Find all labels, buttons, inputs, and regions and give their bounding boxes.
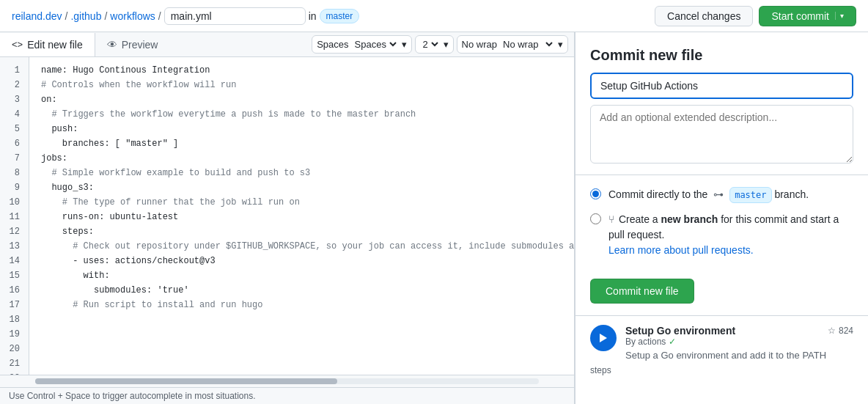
edit-icon: <> <box>12 39 23 50</box>
eye-icon: 👁 <box>107 39 117 51</box>
steps-text: steps <box>590 365 853 375</box>
commit-options: Commit directly to the ⊶ master branch. … <box>575 175 868 279</box>
editor-footer: Use Control + Space to trigger autocompl… <box>0 387 574 404</box>
toolbar-controls: Spaces Spaces Tabs ▾ 2 4 ▾ No wrap <box>306 32 574 56</box>
radio-new[interactable] <box>590 213 601 224</box>
wrap-dropdown[interactable]: No wrap Soft wrap <box>500 38 555 51</box>
learn-more-link[interactable]: Learn more about pull requests. <box>608 244 754 256</box>
line-numbers: 12345678910111213141516171819202122 <box>0 57 29 375</box>
branch-icon: ⑂ <box>608 213 614 225</box>
editor-pane: <> Edit new file 👁 Preview Spaces Spaces… <box>0 32 575 404</box>
commit-panel-title: Commit new file <box>590 47 853 64</box>
indent-dropdown[interactable]: 2 4 <box>420 38 441 51</box>
suggested-by: By actions ✓ <box>625 337 853 347</box>
radio-new-option[interactable]: ⑂ Create a new branch for this commit an… <box>590 212 853 258</box>
breadcrumb-workflows[interactable]: workflows <box>110 10 155 22</box>
breadcrumb-repo[interactable]: reiland.dev <box>12 10 62 22</box>
horizontal-scrollbar-area[interactable] <box>0 375 574 387</box>
suggested-title: Setup Go environment <box>625 325 735 337</box>
radio-direct-option[interactable]: Commit directly to the ⊶ master branch. <box>590 187 853 203</box>
code-editor[interactable]: 12345678910111213141516171819202122 name… <box>0 57 574 375</box>
commit-circle-icon: ⊶ <box>713 187 724 202</box>
radio-direct[interactable] <box>590 188 601 199</box>
editor-toolbar: <> Edit new file 👁 Preview Spaces Spaces… <box>0 32 574 57</box>
suggested-stars: ☆ 824 <box>828 326 853 336</box>
chevron-down-icon: ▾ <box>835 12 844 20</box>
play-svg <box>597 332 609 344</box>
spaces-chevron-icon: ▾ <box>402 39 407 50</box>
breadcrumb-github[interactable]: .github <box>70 10 101 22</box>
radio-direct-label[interactable]: Commit directly to the ⊶ master branch. <box>608 187 853 203</box>
suggested-item: Setup Go environment ☆ 824 By actions ✓ … <box>590 325 853 361</box>
sep2: / <box>104 10 107 22</box>
wrap-chevron-icon: ▾ <box>558 39 563 50</box>
commit-desc-textarea[interactable] <box>590 105 853 164</box>
indent-chevron-icon: ▾ <box>444 39 449 50</box>
sep3: / <box>158 10 161 22</box>
star-icon: ☆ <box>828 326 836 336</box>
indent-select[interactable]: 2 4 ▾ <box>415 35 454 54</box>
start-commit-button[interactable]: Start commit ▾ <box>759 6 856 26</box>
tab-preview[interactable]: 👁 Preview <box>95 33 170 56</box>
commit-panel: Commit new file Commit directly to the ⊶… <box>575 32 868 404</box>
spaces-dropdown[interactable]: Spaces Tabs <box>352 38 399 51</box>
top-actions: Cancel changes Start commit ▾ <box>655 6 856 26</box>
suggested-info: Setup Go environment ☆ 824 By actions ✓ … <box>625 325 853 361</box>
play-icon <box>590 325 617 351</box>
suggested-section: Setup Go environment ☆ 824 By actions ✓ … <box>575 315 868 384</box>
verified-icon: ✓ <box>669 337 676 347</box>
cancel-changes-button[interactable]: Cancel changes <box>655 6 753 26</box>
code-content[interactable]: name: Hugo Continous Integration# Contro… <box>29 57 574 375</box>
commit-panel-header: Commit new file <box>575 32 868 175</box>
scroll-thumb[interactable] <box>35 378 337 384</box>
branch-badge: master <box>320 9 360 23</box>
breadcrumb: reiland.dev / .github / workflows / in m… <box>12 7 359 25</box>
tab-edit[interactable]: <> Edit new file <box>0 33 95 56</box>
commit-title-input[interactable] <box>590 73 853 99</box>
commit-new-file-button[interactable]: Commit new file <box>590 279 694 304</box>
top-bar: reiland.dev / .github / workflows / in m… <box>0 0 868 32</box>
branch-in-label: in <box>309 10 317 22</box>
main-layout: <> Edit new file 👁 Preview Spaces Spaces… <box>0 32 868 404</box>
branch-inline-badge: master <box>729 187 771 203</box>
sep1: / <box>65 10 68 22</box>
commit-actions: Commit new file <box>575 279 868 315</box>
wrap-select[interactable]: No wrap No wrap Soft wrap ▾ <box>457 35 568 54</box>
code-lines: 12345678910111213141516171819202122 name… <box>0 57 574 375</box>
radio-new-label[interactable]: ⑂ Create a new branch for this commit an… <box>608 212 853 258</box>
suggested-desc: Setup a Go environment and add it to the… <box>625 350 853 361</box>
horizontal-scroll[interactable] <box>35 378 539 384</box>
spaces-select[interactable]: Spaces Spaces Tabs ▾ <box>312 35 411 54</box>
filename-input[interactable] <box>164 7 306 25</box>
